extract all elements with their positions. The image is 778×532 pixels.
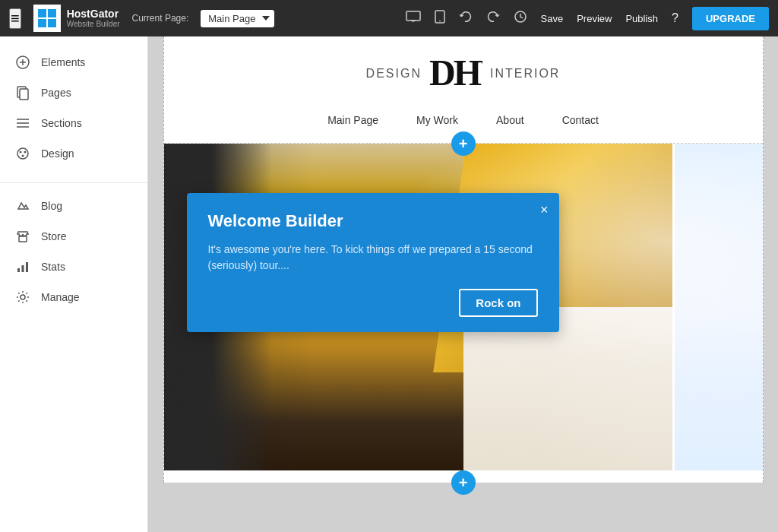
main-layout: Elements Pages Sections: [0, 36, 778, 532]
topbar-actions: Save Preview Publish ? UPGRADE: [406, 7, 769, 30]
sidebar-item-elements[interactable]: Elements: [0, 47, 147, 78]
publish-button[interactable]: Publish: [625, 13, 658, 24]
page-selector[interactable]: Main Page My Work About Contact: [201, 10, 274, 27]
add-section-row-top: +: [164, 131, 763, 156]
logo-sub: Website Builder: [67, 20, 120, 29]
sidebar-item-design-label: Design: [41, 147, 74, 160]
sidebar-divider: [0, 182, 147, 183]
sections-icon: [15, 116, 30, 131]
sidebar-bottom-section: Blog Store Stats: [0, 188, 147, 321]
sidebar-item-elements-label: Elements: [41, 56, 85, 68]
rock-on-button[interactable]: Rock on: [459, 289, 537, 317]
nav-about[interactable]: About: [496, 114, 524, 126]
svg-rect-0: [38, 9, 46, 17]
welcome-popup: × Welcome Builder It's awesome you're he…: [187, 193, 559, 332]
dhv-logo-svg: DHV: [429, 52, 482, 90]
pages-icon: [15, 85, 30, 100]
logo: HostGator Website Builder: [33, 5, 120, 32]
add-section-button-top[interactable]: +: [451, 131, 476, 156]
svg-rect-14: [20, 89, 28, 100]
sidebar-item-stats-label: Stats: [41, 261, 65, 273]
sidebar-item-store-label: Store: [41, 230, 66, 242]
preview-button[interactable]: Preview: [577, 13, 612, 24]
hero-section: × Welcome Builder It's awesome you're he…: [164, 144, 763, 470]
hamburger-menu-button[interactable]: ≡: [9, 8, 21, 29]
svg-rect-1: [48, 9, 56, 17]
sidebar-top-section: Elements Pages Sections: [0, 44, 147, 178]
manage-icon: [15, 290, 30, 305]
welcome-popup-title: Welcome Builder: [208, 211, 538, 231]
save-button[interactable]: Save: [541, 13, 564, 24]
svg-point-20: [24, 151, 27, 154]
sidebar-item-stats[interactable]: Stats: [0, 252, 147, 282]
svg-rect-25: [26, 262, 28, 272]
sidebar-item-store[interactable]: Store: [0, 221, 147, 252]
logo-name: HostGator: [67, 8, 120, 21]
sidebar-item-manage-label: Manage: [41, 291, 80, 303]
logo-monogram: DHV: [429, 52, 482, 96]
tablet-view-button[interactable]: [435, 10, 445, 27]
welcome-popup-close-button[interactable]: ×: [540, 202, 549, 218]
add-section-row-bottom: +: [164, 470, 763, 495]
store-icon: [15, 229, 30, 244]
nav-main-page[interactable]: Main Page: [327, 114, 378, 126]
svg-rect-2: [38, 19, 46, 27]
plus-icon: [15, 55, 30, 70]
undo-button[interactable]: [459, 10, 473, 27]
svg-point-18: [17, 148, 28, 159]
stats-icon: [15, 259, 30, 274]
logo-interior-text: INTERIOR: [490, 67, 560, 81]
nav-contact[interactable]: Contact: [562, 114, 599, 126]
svg-rect-4: [406, 11, 420, 21]
upgrade-button[interactable]: UPGRADE: [692, 7, 769, 30]
canvas-wrapper: DESIGN DHV INTERIOR Main Page My Work Ab…: [163, 36, 764, 483]
sidebar-item-pages[interactable]: Pages: [0, 78, 147, 108]
sidebar-item-sections[interactable]: Sections: [0, 108, 147, 138]
desktop-view-button[interactable]: [406, 11, 421, 27]
logo-icon: [33, 5, 61, 32]
design-icon: [15, 146, 30, 161]
canvas-area: DESIGN DHV INTERIOR Main Page My Work Ab…: [148, 36, 778, 532]
svg-text:DHV: DHV: [429, 52, 482, 90]
add-section-button-bottom[interactable]: +: [451, 470, 476, 495]
sidebar-item-manage[interactable]: Manage: [0, 282, 147, 312]
logo-text: HostGator Website Builder: [67, 8, 120, 30]
sidebar-item-blog-label: Blog: [41, 200, 62, 212]
current-page-label: Current Page:: [132, 13, 189, 24]
sidebar-item-sections-label: Sections: [41, 117, 82, 129]
site-header-section: DESIGN DHV INTERIOR Main Page My Work Ab…: [164, 36, 763, 144]
redo-button[interactable]: [486, 10, 500, 27]
sidebar: Elements Pages Sections: [0, 36, 148, 532]
nav-my-work[interactable]: My Work: [416, 114, 458, 126]
svg-rect-22: [19, 236, 27, 242]
history-button[interactable]: [514, 10, 527, 27]
svg-rect-24: [22, 265, 24, 272]
sidebar-item-design[interactable]: Design: [0, 138, 147, 169]
logo-design-text: DESIGN: [366, 67, 422, 81]
help-button[interactable]: ?: [672, 11, 678, 25]
hostgator-logo-svg: [36, 8, 58, 29]
svg-rect-3: [48, 19, 56, 27]
welcome-popup-text: It's awesome you're here. To kick things…: [208, 242, 538, 274]
svg-point-19: [20, 151, 22, 154]
svg-rect-23: [17, 268, 20, 272]
sidebar-item-blog[interactable]: Blog: [0, 191, 147, 221]
blog-icon: [15, 198, 30, 214]
site-logo: DESIGN DHV INTERIOR: [194, 52, 732, 96]
topbar: ≡ HostGator Website Builder Current Page…: [0, 0, 778, 36]
svg-point-26: [21, 295, 25, 299]
svg-point-8: [439, 20, 441, 21]
svg-point-21: [22, 155, 24, 157]
sidebar-item-pages-label: Pages: [41, 87, 71, 99]
